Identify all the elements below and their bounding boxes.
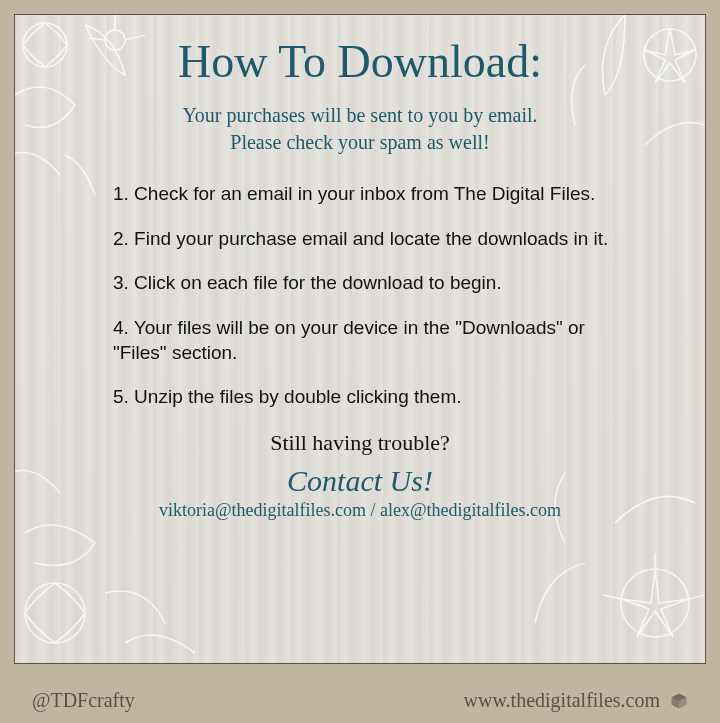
subtitle-line: Your purchases will be sent to you by em…	[182, 104, 537, 126]
step-item: 4. Your files will be on your device in …	[113, 316, 615, 365]
step-item: 1. Check for an email in your inbox from…	[113, 182, 615, 207]
contact-emails[interactable]: viktoria@thedigitalfiles.com / alex@thed…	[85, 500, 635, 521]
contact-heading: Contact Us!	[85, 464, 635, 498]
page-frame: How To Download: Your purchases will be …	[0, 0, 720, 723]
social-handle[interactable]: @TDFcrafty	[32, 689, 135, 712]
steps-list: 1. Check for an email in your inbox from…	[85, 182, 635, 410]
box-icon	[670, 692, 688, 710]
step-item: 5. Unzip the files by double clicking th…	[113, 385, 615, 410]
subtitle: Your purchases will be sent to you by em…	[85, 102, 635, 156]
trouble-text: Still having trouble?	[85, 430, 635, 456]
handle-text: @TDFcrafty	[32, 689, 135, 712]
footer-bar: @TDFcrafty www.thedigitalfiles.com	[14, 678, 706, 723]
svg-point-4	[621, 569, 689, 637]
instruction-card: How To Download: Your purchases will be …	[14, 14, 706, 664]
svg-point-3	[25, 583, 85, 643]
step-item: 2. Find your purchase email and locate t…	[113, 227, 615, 252]
url-text: www.thedigitalfiles.com	[464, 689, 660, 712]
step-item: 3. Click on each file for the download t…	[113, 271, 615, 296]
subtitle-line: Please check your spam as well!	[230, 131, 489, 153]
website-link[interactable]: www.thedigitalfiles.com	[464, 689, 688, 712]
content-area: How To Download: Your purchases will be …	[15, 15, 705, 521]
page-title: How To Download:	[85, 35, 635, 88]
